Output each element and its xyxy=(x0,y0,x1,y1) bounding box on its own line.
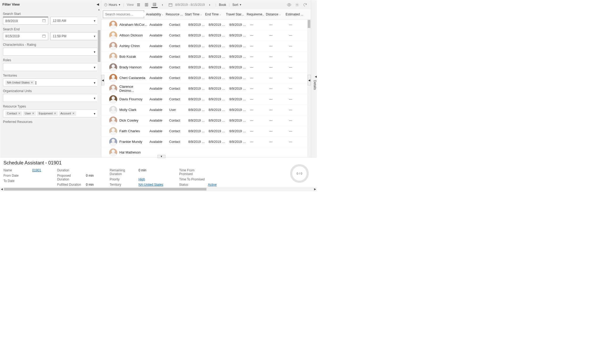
chevron-down-icon[interactable]: ▼ xyxy=(93,112,96,115)
territories-select[interactable]: NA-United States ✕ ▼ I xyxy=(3,78,98,86)
hours-dropdown[interactable]: Hours ▼ xyxy=(104,3,121,7)
remove-tag-icon[interactable]: ✕ xyxy=(72,112,75,115)
org-units-select[interactable]: ▼ xyxy=(3,94,98,102)
property-key: Priority xyxy=(110,177,136,181)
collapse-filter-icon[interactable]: ◀ xyxy=(97,3,99,6)
prev-range-icon[interactable]: ‹ xyxy=(159,2,166,8)
table-row[interactable]: Hal Matheson xyxy=(101,147,311,158)
table-row[interactable]: Abraham McCor...AvailableContact8/9/2019… xyxy=(101,19,311,30)
column-header[interactable]: Start Time⌄ xyxy=(183,9,203,19)
remove-tag-icon[interactable]: ✕ xyxy=(18,112,21,115)
table-row[interactable]: Cheri CastanedaAvailableContact8/9/2019 … xyxy=(101,73,311,83)
chevron-down-icon[interactable]: ▼ xyxy=(93,97,96,100)
chevron-down-icon[interactable]: ▼ xyxy=(93,66,96,69)
view-grid-icon[interactable] xyxy=(151,2,158,8)
svg-rect-16 xyxy=(147,3,148,6)
column-header[interactable]: Requireme...⌄ xyxy=(245,9,264,19)
filter-title: Filter View xyxy=(2,2,20,6)
chevron-down-icon[interactable]: ▼ xyxy=(93,81,96,84)
sort-icon[interactable]: ⌄ xyxy=(219,13,221,16)
filter-body: Search Start 8/9/2019 12:00 AM ▼ Search … xyxy=(0,8,101,181)
table-row[interactable]: Clarence Desimo...AvailableContact8/9/20… xyxy=(101,83,311,94)
property-row: Time From Promised xyxy=(179,168,217,176)
refresh-icon[interactable] xyxy=(302,2,308,8)
resource-type-tag[interactable]: Equipment ✕ xyxy=(37,111,58,116)
chevron-down-icon[interactable]: ⌄ xyxy=(146,13,148,16)
property-row: Proposed Duration0 min xyxy=(57,174,94,181)
scroll-up-icon[interactable]: ▲ xyxy=(98,8,100,11)
chevron-down-icon[interactable]: ▼ xyxy=(93,19,96,22)
calendar-icon[interactable] xyxy=(42,34,46,39)
property-value[interactable]: High xyxy=(139,177,145,181)
property-key: Duration xyxy=(57,168,84,172)
sort-icon[interactable]: ⌄ xyxy=(161,13,164,16)
sort-icon[interactable]: ⌄ xyxy=(200,13,202,16)
property-value[interactable]: 01901 xyxy=(32,168,41,172)
property-value[interactable]: Active xyxy=(208,183,217,187)
roles-select[interactable]: ▼ xyxy=(3,63,98,71)
table-row[interactable]: Davis FlournoyAvailableContact8/9/2019 1… xyxy=(101,94,311,105)
property-row: From Date xyxy=(3,174,41,177)
gear-icon[interactable] xyxy=(294,2,300,8)
details-tab[interactable]: ▶ Details xyxy=(311,0,317,157)
column-header[interactable]: Distance⌄ xyxy=(264,9,284,19)
remove-tag-icon[interactable]: ✕ xyxy=(32,112,34,115)
table-row[interactable]: Molly ClarkAvailableUser8/9/2019 1...8/9… xyxy=(101,105,311,115)
avatar xyxy=(109,138,117,146)
expand-details-icon[interactable]: ▶ xyxy=(315,76,317,78)
sort-icon[interactable]: ⌄ xyxy=(279,13,281,16)
resource-type-tag[interactable]: Contact ✕ xyxy=(5,111,22,116)
splitter-collapse-right[interactable]: ◀ xyxy=(308,75,311,85)
view-list-icon[interactable] xyxy=(135,2,142,8)
schedule-assistant-panel: ▼ Schedule Assistant - 01901 Name01901Fr… xyxy=(0,157,317,192)
remove-tag-icon[interactable]: ✕ xyxy=(54,112,56,115)
bottom-hscrollbar[interactable]: ◀ ▶ xyxy=(0,187,317,191)
property-row: To Date xyxy=(3,179,41,183)
resource-type-tag[interactable]: User ✕ xyxy=(23,111,36,116)
column-header[interactable]: Travel Star...⌄ xyxy=(224,9,245,19)
chevron-down-icon[interactable]: ▼ xyxy=(93,35,96,38)
table-row[interactable]: Dick CowleyAvailableContact8/9/2019 1...… xyxy=(101,115,311,126)
svg-rect-0 xyxy=(43,19,46,22)
next-range-icon[interactable]: › xyxy=(206,2,213,8)
search-end-time[interactable]: 11:59 PM ▼ xyxy=(50,32,98,40)
column-header[interactable]: End Time⌄ xyxy=(203,9,224,19)
scroll-right-icon[interactable]: ▶ xyxy=(314,188,316,191)
collapse-bottom-icon[interactable]: ▼ xyxy=(157,155,165,158)
scrollbar-thumb[interactable] xyxy=(308,20,310,28)
svg-point-24 xyxy=(289,4,290,6)
resource-type-tag[interactable]: Account ✕ xyxy=(59,111,76,116)
table-row[interactable]: Frankie MundyAvailableContact8/9/2019 1.… xyxy=(101,136,311,147)
view-columns-icon[interactable] xyxy=(143,2,150,8)
splitter-collapse-left[interactable]: ◀ xyxy=(101,75,104,85)
search-start-date[interactable]: 8/9/2019 xyxy=(3,17,48,25)
table-row[interactable]: Ashley ChinnAvailableContact8/9/2019 1..… xyxy=(101,41,311,51)
table-row[interactable]: Faith CharlesAvailableContact8/9/2019 1.… xyxy=(101,126,311,136)
table-row[interactable]: Allison DicksonAvailableContact8/9/2019 … xyxy=(101,30,311,41)
calendar-icon[interactable] xyxy=(42,19,46,23)
search-resources-input[interactable]: ⌄ xyxy=(103,10,144,18)
search-start-time[interactable]: 12:00 AM ▼ xyxy=(50,17,98,25)
remove-tag-icon[interactable]: ✕ xyxy=(31,81,33,84)
column-header[interactable]: Estimated ...⌄ xyxy=(284,9,304,19)
scroll-left-icon[interactable]: ◀ xyxy=(1,188,3,191)
property-value[interactable]: NA-United States xyxy=(139,183,163,187)
search-end-date[interactable]: 8/15/2019 xyxy=(3,32,48,40)
chevron-down-icon[interactable]: ▼ xyxy=(93,51,96,53)
calendar-icon[interactable] xyxy=(167,2,174,8)
book-button[interactable]: Book xyxy=(219,3,226,7)
table-row[interactable]: Brady HannonAvailableContact8/9/2019 1..… xyxy=(101,62,311,73)
territory-tag[interactable]: NA-United States ✕ xyxy=(5,80,35,85)
column-header[interactable]: Resource ...⌄ xyxy=(164,9,183,19)
svg-point-25 xyxy=(297,4,298,5)
svg-rect-4 xyxy=(43,35,46,37)
resource-types-select[interactable]: Contact ✕User ✕Equipment ✕Account ✕ ▼ xyxy=(3,109,98,117)
svg-rect-22 xyxy=(169,3,172,6)
scrollbar-thumb[interactable] xyxy=(4,188,206,191)
scrollbar-thumb[interactable] xyxy=(98,30,100,62)
table-row[interactable]: Bob KozakAvailableContact8/9/2019 1...8/… xyxy=(101,51,311,62)
date-range[interactable]: 8/9/2019 - 8/15/2019 xyxy=(175,3,205,7)
sort-dropdown[interactable]: Sort▼ xyxy=(232,3,242,7)
characteristics-select[interactable]: ▼ xyxy=(3,48,98,56)
eye-icon[interactable] xyxy=(286,2,292,8)
